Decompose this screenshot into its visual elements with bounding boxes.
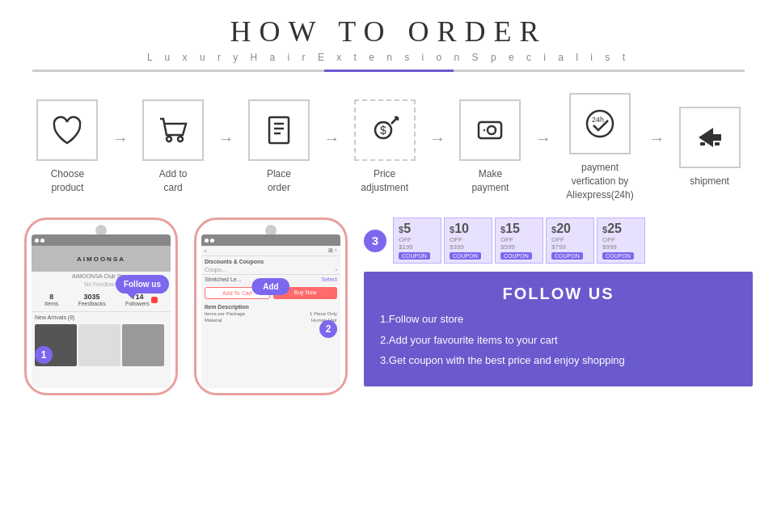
phone-status-bar-1: [32, 234, 171, 246]
coupon-5-min: $999: [602, 243, 617, 251]
phone2-coupon-row: Coupo... ›: [201, 265, 340, 275]
coupon-1-btn[interactable]: COUPON: [399, 252, 430, 260]
svg-rect-17: [715, 142, 720, 146]
phone2-discounts-section: Discounts & Coupons: [201, 256, 340, 265]
coupon-bar: $ 5 OFF $199 COUPON $ 10 OFF $399 COUPON: [393, 217, 645, 264]
coupon-1-amount: 5: [403, 222, 411, 236]
coupon-1-off: OFF: [399, 236, 412, 243]
follow-panel-item-3: 3.Get coupon with the best price and enj…: [380, 353, 737, 369]
product-thumb-2: [78, 324, 120, 366]
new-arrivals: New Arrivals (8): [32, 312, 171, 323]
followers-badge: [151, 297, 158, 303]
status-dot: [205, 239, 209, 243]
follow-panel-item-1: 1.Follow our store: [380, 311, 737, 327]
coupon-3-amount: 15: [505, 222, 520, 236]
step-place-order: Placeorder: [236, 99, 323, 195]
bottom-section: AIMOONSA AIMOONSA Club Sto... No Feedbac…: [0, 209, 777, 395]
status-dot: [210, 239, 214, 243]
step-icon-box-3: [248, 99, 310, 161]
add-bubble: Add: [251, 278, 289, 295]
store-header-1: AIMOONSA: [32, 246, 171, 272]
phone2-icons: ⊞ ↑: [328, 247, 337, 254]
coupon-5-amount: 25: [607, 222, 622, 236]
svg-rect-11: [479, 122, 501, 138]
coupon-4-min: $799: [551, 243, 566, 251]
stat-num-feedbacks: 3035: [78, 293, 105, 301]
phone2-coupon-label: Coupo...: [205, 267, 226, 272]
coupon-3-off: OFF: [500, 236, 513, 243]
page-header: HOW TO ORDER L u x u r y H a i r E x t e…: [0, 0, 777, 77]
product-thumb-3: [122, 324, 164, 366]
arrow-4: →: [429, 129, 446, 166]
step-label-6: paymentverfication byAliexpress(24h): [566, 161, 633, 201]
desc-key-1: Items per Package: [205, 311, 245, 316]
step-label-1: Chooseproduct: [51, 167, 84, 195]
coupon-4-off: OFF: [551, 236, 564, 243]
status-dot: [40, 239, 44, 243]
phone2-desc-row-2: Material Human Hair: [201, 317, 340, 323]
follow-panel-item-2: 2.Add your favourite items to your cart: [380, 332, 737, 348]
arrow-3: →: [323, 129, 340, 166]
step-make-payment: Makepayment: [447, 99, 534, 195]
coupon-3-header: $ 15: [500, 222, 520, 236]
stat-label-followers: Followers: [125, 301, 150, 306]
coupon-5-off: OFF: [602, 236, 615, 243]
coupon-5-btn[interactable]: COUPON: [602, 252, 634, 260]
stat-feedbacks: 3035 Feedbacks: [78, 293, 105, 306]
coupon-2-off: OFF: [450, 236, 462, 243]
coupon-3-btn[interactable]: COUPON: [500, 252, 532, 260]
arrow-2: →: [218, 129, 234, 166]
step-icon-box-2: [142, 99, 204, 161]
page-subtitle: L u x u r y H a i r E x t e n s i o n S …: [0, 52, 777, 63]
svg-rect-16: [700, 142, 705, 146]
step-icon-box-1: [36, 99, 98, 161]
coupon-2: $ 10 OFF $399 COUPON: [444, 217, 492, 264]
phone2-item-description: Item Description: [201, 302, 340, 310]
phone-status-bar-2: [201, 234, 340, 246]
steps-row: Chooseproduct → Add tocard → Placeorder …: [0, 77, 777, 209]
step-label-2: Add tocard: [159, 167, 188, 195]
step-label-3: Placeorder: [267, 167, 291, 195]
step-icon-box-7: [679, 107, 741, 168]
page-title: HOW TO ORDER: [0, 15, 777, 49]
stat-num-items: 8: [44, 293, 58, 301]
coupon-4-amount: 20: [556, 222, 571, 236]
step-payment-verification: 24h paymentverfication byAliexpress(24h): [553, 93, 647, 201]
follow-panel-title: FOLLOW US: [380, 285, 737, 303]
svg-text:$: $: [380, 124, 386, 137]
header-divider: [32, 70, 745, 72]
follow-panel: FOLLOW US 1.Follow our store 2.Add your …: [364, 272, 753, 386]
arrow-6: →: [648, 129, 665, 166]
coupon-1-min: $199: [399, 243, 413, 251]
coupon-5: $ 25 OFF $999 COUPON: [597, 217, 645, 264]
phone2-select[interactable]: Select: [322, 277, 337, 282]
step3-badge: 3: [364, 230, 386, 252]
product-grid: [32, 323, 171, 368]
coupon-2-amount: 10: [454, 222, 469, 236]
phone2-item-label: Stretched Le...: [205, 277, 242, 282]
right-panel: 3 $ 5 OFF $199 COUPON $ 10 OFF: [364, 217, 753, 395]
step-icon-box-4: $: [354, 99, 416, 161]
step-label-4: Priceadjustment: [361, 167, 408, 195]
svg-point-12: [488, 126, 496, 134]
phone2-coupon-arrow: ›: [336, 267, 337, 272]
step-icon-box-6: 24h: [569, 93, 631, 154]
status-dot: [35, 239, 39, 243]
coupon-4-btn[interactable]: COUPON: [551, 252, 583, 260]
coupon-2-btn[interactable]: COUPON: [450, 252, 481, 260]
coupon-4-header: $ 20: [551, 222, 571, 236]
step-shipment: shipment: [666, 107, 753, 188]
coupon-2-min: $399: [450, 243, 464, 251]
svg-rect-2: [269, 117, 289, 143]
step-label-5: Makepayment: [471, 167, 509, 195]
phone2-back-icon: ‹: [205, 248, 206, 254]
follow-bubble: Follow us: [116, 275, 169, 293]
desc-val-1: 1 Piece Only: [310, 311, 337, 316]
svg-text:24h: 24h: [592, 116, 604, 124]
arrow-5: →: [535, 129, 551, 166]
svg-point-14: [587, 111, 613, 137]
step-add-to-card: Add tocard: [130, 99, 217, 195]
phone-mockup-1: AIMOONSA AIMOONSA Club Sto... No Feedbac…: [24, 217, 178, 395]
phone2-nav: ‹ ⊞ ↑: [201, 246, 340, 256]
coupon-1: $ 5 OFF $199 COUPON: [393, 217, 441, 264]
